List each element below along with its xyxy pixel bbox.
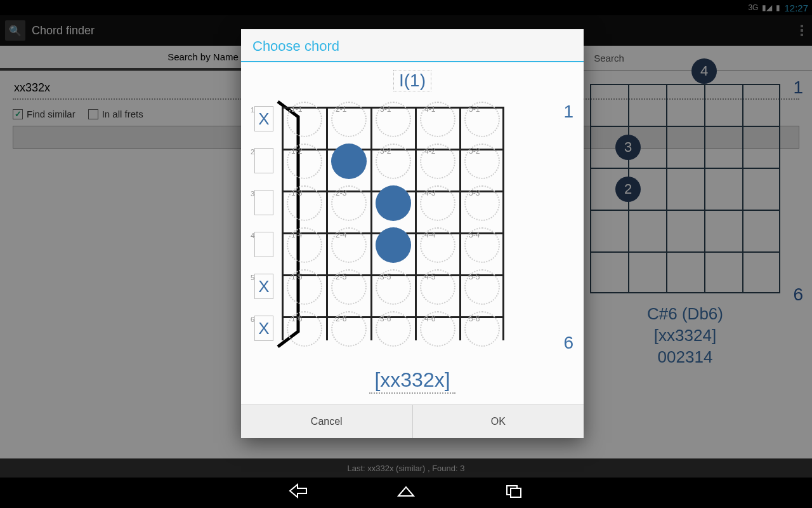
string-mute-6[interactable]: X (254, 316, 273, 341)
fret-cell[interactable]: 1-1 (287, 102, 322, 137)
string-mute-2[interactable] (254, 148, 273, 173)
fret-cell[interactable]: 1-6 (287, 311, 322, 347)
fret-cell[interactable]: 2-3 (331, 185, 367, 221)
row-num: 6 (251, 316, 254, 323)
fret-cell[interactable]: 4-1 (420, 102, 455, 137)
finger-dot[interactable] (376, 227, 411, 263)
fret-indicator[interactable]: I(1) (393, 70, 431, 91)
fret-cell[interactable]: 5-6 (464, 311, 500, 347)
fret-cell[interactable]: 3-2 (376, 144, 411, 179)
fret-cell[interactable]: 5-5 (464, 269, 500, 305)
fret-cell[interactable]: 4-3 (420, 185, 455, 221)
back-button-icon[interactable] (289, 483, 308, 502)
ok-button[interactable]: OK (413, 405, 584, 438)
recent-apps-icon[interactable] (504, 483, 523, 502)
android-navbar (0, 478, 812, 508)
cancel-button[interactable]: Cancel (241, 405, 413, 438)
fret-cell[interactable]: 2-4 (331, 227, 367, 263)
choose-chord-dialog: Choose chord I(1) 1X 2 3 4 5X 6X (241, 29, 584, 438)
string-mute-5[interactable]: X (254, 274, 273, 299)
row-num: 5 (251, 274, 254, 281)
row-num: 4 (251, 232, 254, 239)
fret-cell[interactable]: 5-4 (464, 227, 500, 263)
fret-cell[interactable]: 2-5 (331, 269, 367, 305)
fret-cell[interactable]: 4-6 (420, 311, 455, 347)
fret-cell[interactable]: 1-3 (287, 185, 322, 221)
fret-cell[interactable]: 4-4 (420, 227, 455, 263)
home-button-icon[interactable] (396, 483, 416, 502)
row-num: 1 (251, 106, 254, 114)
finger-dot[interactable] (376, 185, 411, 221)
string-mute-3[interactable] (254, 190, 273, 215)
fret-number-bottom: 6 (563, 333, 573, 353)
fret-cell[interactable]: 3-5 (376, 269, 411, 305)
fret-cell[interactable]: 1-4 (287, 227, 322, 263)
finger-dot[interactable] (331, 144, 367, 179)
fret-cell[interactable]: 5-3 (464, 185, 500, 221)
fret-cell[interactable]: 2-1 (331, 102, 367, 137)
fret-cell[interactable]: 1-5 (287, 269, 322, 305)
fret-cell[interactable]: 2-6 (331, 311, 367, 347)
row-num: 3 (251, 190, 254, 197)
pattern-display: [xx332x] (369, 367, 455, 394)
svg-rect-1 (511, 488, 521, 497)
fret-cell[interactable]: 4-5 (420, 269, 455, 305)
string-mute-1[interactable]: X (254, 106, 273, 131)
fret-cell[interactable]: 3-1 (376, 102, 411, 137)
fret-cell[interactable]: 4-2 (420, 144, 455, 179)
row-num: 2 (251, 148, 254, 156)
fret-number-top: 1 (563, 102, 573, 122)
fret-cell[interactable]: 3-6 (376, 311, 411, 347)
fret-cell[interactable]: 5-1 (464, 102, 500, 137)
string-mute-4[interactable] (254, 232, 273, 257)
fret-cell[interactable]: 5-2 (464, 144, 500, 179)
fret-cell[interactable]: 1-2 (287, 144, 322, 179)
dialog-title: Choose chord (241, 29, 584, 62)
